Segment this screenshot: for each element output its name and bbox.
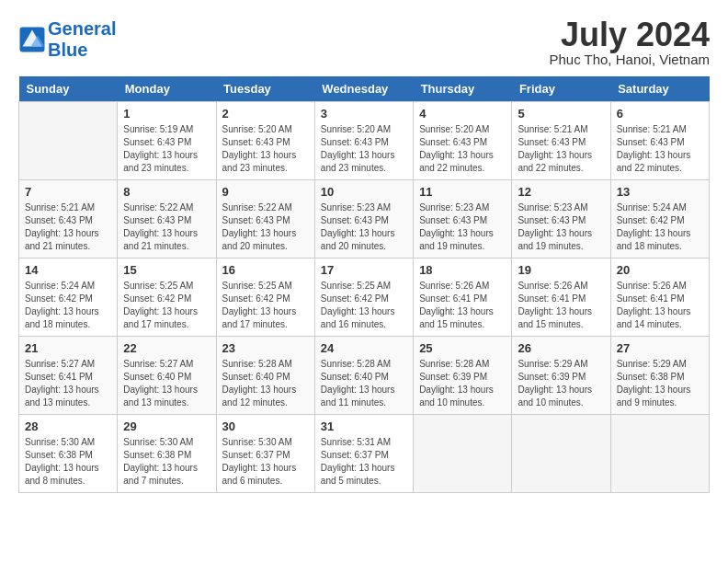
table-row: 22Sunrise: 5:27 AM Sunset: 6:40 PM Dayli…	[118, 337, 216, 415]
table-row: 30Sunrise: 5:30 AM Sunset: 6:37 PM Dayli…	[216, 415, 314, 493]
day-info: Sunrise: 5:31 AM Sunset: 6:37 PM Dayligh…	[321, 436, 407, 488]
day-info: Sunrise: 5:29 AM Sunset: 6:38 PM Dayligh…	[617, 358, 703, 409]
table-row: 17Sunrise: 5:25 AM Sunset: 6:42 PM Dayli…	[314, 259, 413, 337]
day-number: 12	[518, 185, 604, 199]
logo-icon	[18, 26, 46, 53]
day-info: Sunrise: 5:23 AM Sunset: 6:43 PM Dayligh…	[419, 201, 506, 253]
table-row: 26Sunrise: 5:29 AM Sunset: 6:39 PM Dayli…	[512, 337, 610, 415]
week-row-4: 21Sunrise: 5:27 AM Sunset: 6:41 PM Dayli…	[19, 337, 710, 415]
day-info: Sunrise: 5:28 AM Sunset: 6:40 PM Dayligh…	[222, 358, 309, 409]
day-info: Sunrise: 5:26 AM Sunset: 6:41 PM Dayligh…	[518, 280, 604, 331]
table-row: 18Sunrise: 5:26 AM Sunset: 6:41 PM Dayli…	[414, 259, 512, 337]
header-wednesday: Wednesday	[314, 76, 413, 102]
table-row: 5Sunrise: 5:21 AM Sunset: 6:43 PM Daylig…	[512, 102, 610, 180]
table-row: 28Sunrise: 5:30 AM Sunset: 6:38 PM Dayli…	[19, 415, 118, 493]
table-row: 10Sunrise: 5:23 AM Sunset: 6:43 PM Dayli…	[314, 180, 413, 259]
table-row: 16Sunrise: 5:25 AM Sunset: 6:42 PM Dayli…	[216, 259, 314, 337]
day-number: 9	[222, 185, 309, 199]
day-number: 7	[25, 185, 111, 199]
day-number: 23	[222, 341, 309, 355]
week-row-2: 7Sunrise: 5:21 AM Sunset: 6:43 PM Daylig…	[19, 180, 710, 259]
day-number: 13	[617, 185, 703, 199]
day-info: Sunrise: 5:26 AM Sunset: 6:41 PM Dayligh…	[419, 280, 506, 331]
day-number: 1	[123, 107, 210, 121]
day-number: 21	[25, 341, 111, 355]
day-info: Sunrise: 5:25 AM Sunset: 6:42 PM Dayligh…	[123, 280, 210, 331]
day-info: Sunrise: 5:25 AM Sunset: 6:42 PM Dayligh…	[321, 280, 407, 331]
table-row: 29Sunrise: 5:30 AM Sunset: 6:38 PM Dayli…	[118, 415, 216, 493]
day-number: 11	[419, 185, 506, 199]
day-number: 20	[617, 263, 703, 277]
table-row: 24Sunrise: 5:28 AM Sunset: 6:40 PM Dayli…	[314, 337, 413, 415]
day-number: 27	[617, 341, 703, 355]
table-row: 19Sunrise: 5:26 AM Sunset: 6:41 PM Dayli…	[512, 259, 610, 337]
calendar-table: Sunday Monday Tuesday Wednesday Thursday…	[18, 76, 710, 493]
day-info: Sunrise: 5:20 AM Sunset: 6:43 PM Dayligh…	[222, 123, 309, 175]
day-info: Sunrise: 5:24 AM Sunset: 6:42 PM Dayligh…	[617, 201, 703, 253]
day-info: Sunrise: 5:20 AM Sunset: 6:43 PM Dayligh…	[419, 123, 506, 175]
day-info: Sunrise: 5:21 AM Sunset: 6:43 PM Dayligh…	[518, 123, 604, 175]
day-number: 3	[321, 107, 407, 121]
table-row	[414, 415, 512, 493]
day-number: 25	[419, 341, 506, 355]
table-row: 13Sunrise: 5:24 AM Sunset: 6:42 PM Dayli…	[610, 180, 709, 259]
day-info: Sunrise: 5:20 AM Sunset: 6:43 PM Dayligh…	[321, 123, 407, 175]
day-info: Sunrise: 5:26 AM Sunset: 6:41 PM Dayligh…	[617, 280, 703, 331]
day-number: 19	[518, 263, 604, 277]
day-info: Sunrise: 5:28 AM Sunset: 6:39 PM Dayligh…	[419, 358, 506, 409]
day-info: Sunrise: 5:27 AM Sunset: 6:41 PM Dayligh…	[25, 358, 111, 409]
day-number: 14	[25, 263, 111, 277]
table-row: 11Sunrise: 5:23 AM Sunset: 6:43 PM Dayli…	[414, 180, 512, 259]
table-row	[610, 415, 709, 493]
day-info: Sunrise: 5:30 AM Sunset: 6:38 PM Dayligh…	[123, 436, 210, 488]
day-number: 17	[321, 263, 407, 277]
day-info: Sunrise: 5:23 AM Sunset: 6:43 PM Dayligh…	[321, 201, 407, 253]
day-number: 6	[617, 107, 703, 121]
header-saturday: Saturday	[610, 76, 709, 102]
header-friday: Friday	[512, 76, 610, 102]
table-row: 23Sunrise: 5:28 AM Sunset: 6:40 PM Dayli…	[216, 337, 314, 415]
location: Phuc Tho, Hanoi, Vietnam	[549, 52, 710, 67]
table-row: 15Sunrise: 5:25 AM Sunset: 6:42 PM Dayli…	[118, 259, 216, 337]
logo-text: General Blue	[48, 18, 116, 61]
day-number: 29	[123, 419, 210, 433]
day-number: 2	[222, 107, 309, 121]
day-number: 4	[419, 107, 506, 121]
day-number: 10	[321, 185, 407, 199]
table-row: 12Sunrise: 5:23 AM Sunset: 6:43 PM Dayli…	[512, 180, 610, 259]
day-number: 30	[222, 419, 309, 433]
day-number: 26	[518, 341, 604, 355]
day-number: 5	[518, 107, 604, 121]
header-monday: Monday	[118, 76, 216, 102]
day-info: Sunrise: 5:28 AM Sunset: 6:40 PM Dayligh…	[321, 358, 407, 409]
day-info: Sunrise: 5:21 AM Sunset: 6:43 PM Dayligh…	[25, 201, 111, 253]
table-row: 31Sunrise: 5:31 AM Sunset: 6:37 PM Dayli…	[314, 415, 413, 493]
table-row: 27Sunrise: 5:29 AM Sunset: 6:38 PM Dayli…	[610, 337, 709, 415]
table-row	[19, 102, 118, 180]
weekday-header-row: Sunday Monday Tuesday Wednesday Thursday…	[19, 76, 710, 102]
day-info: Sunrise: 5:27 AM Sunset: 6:40 PM Dayligh…	[123, 358, 210, 409]
month-title: July 2024	[549, 18, 710, 52]
week-row-5: 28Sunrise: 5:30 AM Sunset: 6:38 PM Dayli…	[19, 415, 710, 493]
table-row: 25Sunrise: 5:28 AM Sunset: 6:39 PM Dayli…	[414, 337, 512, 415]
day-number: 22	[123, 341, 210, 355]
table-row: 3Sunrise: 5:20 AM Sunset: 6:43 PM Daylig…	[314, 102, 413, 180]
header-sunday: Sunday	[19, 76, 118, 102]
table-row: 21Sunrise: 5:27 AM Sunset: 6:41 PM Dayli…	[19, 337, 118, 415]
day-info: Sunrise: 5:22 AM Sunset: 6:43 PM Dayligh…	[123, 201, 210, 253]
day-number: 16	[222, 263, 309, 277]
logo: General Blue	[18, 18, 116, 61]
page-header: General Blue July 2024 Phuc Tho, Hanoi, …	[18, 18, 710, 67]
day-number: 15	[123, 263, 210, 277]
day-info: Sunrise: 5:22 AM Sunset: 6:43 PM Dayligh…	[222, 201, 309, 253]
table-row: 14Sunrise: 5:24 AM Sunset: 6:42 PM Dayli…	[19, 259, 118, 337]
table-row: 9Sunrise: 5:22 AM Sunset: 6:43 PM Daylig…	[216, 180, 314, 259]
day-number: 8	[123, 185, 210, 199]
day-number: 28	[25, 419, 111, 433]
day-info: Sunrise: 5:21 AM Sunset: 6:43 PM Dayligh…	[617, 123, 703, 175]
header-thursday: Thursday	[414, 76, 512, 102]
table-row: 2Sunrise: 5:20 AM Sunset: 6:43 PM Daylig…	[216, 102, 314, 180]
day-number: 18	[419, 263, 506, 277]
day-info: Sunrise: 5:30 AM Sunset: 6:37 PM Dayligh…	[222, 436, 309, 488]
week-row-1: 1Sunrise: 5:19 AM Sunset: 6:43 PM Daylig…	[19, 102, 710, 180]
